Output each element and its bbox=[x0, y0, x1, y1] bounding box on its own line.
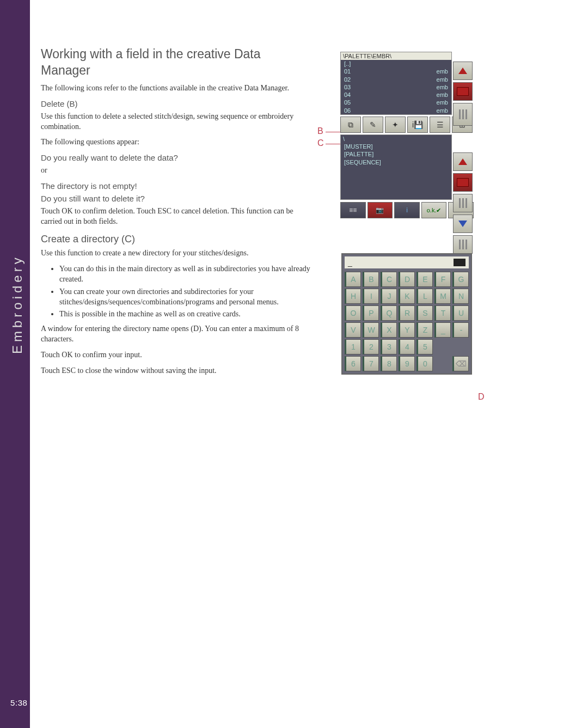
top-path: \PALETTE\EMBR\ bbox=[341, 52, 451, 60]
file-row[interactable]: 01emb bbox=[341, 68, 451, 75]
key-u[interactable]: U bbox=[452, 305, 469, 321]
file-row[interactable]: [MUSTER] bbox=[341, 143, 451, 150]
scroll-up-button-2[interactable] bbox=[453, 152, 473, 171]
key-3[interactable]: 3 bbox=[381, 339, 397, 354]
key-g[interactable]: G bbox=[452, 272, 469, 287]
info-button[interactable]: i bbox=[394, 202, 420, 218]
key-a[interactable]: A bbox=[345, 272, 361, 287]
key-t[interactable]: T bbox=[434, 305, 451, 321]
delete-p3: Touch OK to confirm deletion. Touch ESC … bbox=[41, 206, 313, 227]
scroll-indicator-3[interactable] bbox=[453, 235, 473, 254]
delete-q3: Do you still want to delete it? bbox=[41, 194, 313, 203]
create-p2: A window for entering the directory name… bbox=[41, 324, 313, 345]
delete-or: or bbox=[41, 166, 313, 176]
key-r[interactable]: R bbox=[399, 305, 415, 321]
file-row[interactable]: [SEQUENCE] bbox=[341, 158, 451, 166]
delete-p1: Use this function to delete a selected s… bbox=[41, 112, 313, 132]
bullet-1: You can do this in the main directory as… bbox=[59, 264, 313, 285]
key-8[interactable]: 8 bbox=[381, 356, 397, 371]
bullet-2: You can create your own directories and … bbox=[59, 287, 313, 308]
scroll-down-button-2[interactable] bbox=[453, 215, 473, 233]
callout-d: D bbox=[478, 392, 485, 402]
key-n[interactable]: N bbox=[452, 289, 469, 304]
intro-text: The following icons refer to the functio… bbox=[41, 83, 313, 94]
scroll-indicator-2[interactable] bbox=[453, 194, 473, 212]
key-m[interactable]: M bbox=[434, 289, 451, 304]
side-stripe bbox=[0, 0, 30, 728]
key-z[interactable]: Z bbox=[416, 322, 433, 338]
new-folder-button[interactable]: ✦ bbox=[385, 117, 406, 133]
top-side-buttons bbox=[453, 62, 474, 126]
keyboard-keys: ABCDEFGHIJKLMNOPQRSTUVWXYZ_-1234567890⌫ bbox=[345, 272, 469, 371]
key-o[interactable]: O bbox=[345, 305, 361, 321]
key-7[interactable]: 7 bbox=[363, 356, 379, 371]
key-d[interactable]: D bbox=[399, 272, 415, 287]
create-p1: Use this function to create a new direct… bbox=[41, 248, 313, 259]
key-e[interactable]: E bbox=[416, 272, 433, 287]
file-row[interactable]: [..] bbox=[341, 60, 451, 68]
delete-q2: The directory is not empty! bbox=[41, 181, 313, 191]
delete-p2: The following questions appear: bbox=[41, 137, 313, 148]
key-4[interactable]: 4 bbox=[399, 339, 415, 354]
page-title: Working with a field in the creative Dat… bbox=[41, 46, 313, 79]
copy-button[interactable]: ⧉ bbox=[340, 117, 361, 133]
file-manager-screenshot: \PALETTE\EMBR\ [..]01emb02emb03emb04emb0… bbox=[340, 52, 474, 231]
key-⌫[interactable]: ⌫ bbox=[452, 356, 469, 371]
file-row[interactable]: [PALETTE] bbox=[341, 150, 451, 158]
key-0[interactable]: 0 bbox=[416, 356, 433, 371]
bottom-panel: \ [MUSTER][PALETTE][SEQUENCE] bbox=[340, 134, 452, 200]
side-label: Embroidery bbox=[10, 254, 25, 354]
create-p3: Touch OK to confirm your input. bbox=[41, 350, 313, 360]
create-heading: Create a directory (C) bbox=[41, 234, 313, 245]
key-h[interactable]: H bbox=[345, 289, 361, 304]
create-bullets: You can do this in the main directory as… bbox=[59, 264, 313, 320]
keyboard-display: _ bbox=[345, 256, 469, 268]
key-9[interactable]: 9 bbox=[399, 356, 415, 371]
key-f[interactable]: F bbox=[434, 272, 451, 287]
ok-button[interactable]: o.k.✔ bbox=[421, 202, 447, 218]
key-b[interactable]: B bbox=[363, 272, 379, 287]
scroll-indicator[interactable] bbox=[453, 103, 473, 126]
card-slot-button-2[interactable] bbox=[453, 173, 473, 192]
file-row[interactable]: 02emb bbox=[341, 76, 451, 83]
key-q[interactable]: Q bbox=[381, 305, 397, 321]
callout-b-line bbox=[326, 132, 340, 132]
file-row[interactable]: 05emb bbox=[341, 99, 451, 106]
folder-icon bbox=[454, 259, 465, 266]
key-y[interactable]: Y bbox=[399, 322, 415, 338]
create-p4: Touch ESC to close the window without sa… bbox=[41, 366, 313, 376]
key-6[interactable]: 6 bbox=[345, 356, 361, 371]
file-row[interactable]: 03emb bbox=[341, 83, 451, 91]
key-_[interactable]: _ bbox=[434, 322, 451, 338]
scroll-up-button[interactable] bbox=[453, 62, 473, 80]
key-i[interactable]: I bbox=[363, 289, 379, 304]
key-1[interactable]: 1 bbox=[345, 339, 361, 354]
key-2[interactable]: 2 bbox=[363, 339, 379, 354]
file-row[interactable]: 06emb bbox=[341, 107, 451, 114]
list-view-button[interactable]: ☰ bbox=[430, 117, 450, 133]
delete-heading: Delete (B) bbox=[41, 99, 313, 108]
key-w[interactable]: W bbox=[363, 322, 379, 338]
card-slot-button[interactable] bbox=[453, 82, 473, 101]
info-disk-button[interactable]: i💾 bbox=[407, 117, 428, 133]
key--[interactable]: - bbox=[452, 322, 469, 338]
key-l[interactable]: L bbox=[416, 289, 433, 304]
key-j[interactable]: J bbox=[381, 289, 397, 304]
page-number: 5:38 bbox=[10, 698, 27, 707]
file-row[interactable]: 04emb bbox=[341, 91, 451, 99]
key-c[interactable]: C bbox=[381, 272, 397, 287]
keyboard-screenshot: _ ABCDEFGHIJKLMNOPQRSTUVWXYZ_-1234567890… bbox=[341, 253, 472, 375]
bottom-side-buttons bbox=[453, 152, 474, 254]
eraser-button[interactable]: ✎ bbox=[363, 117, 383, 133]
key-5[interactable]: 5 bbox=[416, 339, 433, 354]
key-s[interactable]: S bbox=[416, 305, 433, 321]
callout-c: C bbox=[317, 138, 324, 148]
key-x[interactable]: X bbox=[381, 322, 397, 338]
top-panel: \PALETTE\EMBR\ [..]01emb02emb03emb04emb0… bbox=[340, 52, 452, 115]
list-mode-button[interactable]: ≡≡ bbox=[340, 202, 366, 218]
key-p[interactable]: P bbox=[363, 305, 379, 321]
key-k[interactable]: K bbox=[399, 289, 415, 304]
camera-button[interactable]: 📷 bbox=[367, 202, 393, 218]
bullet-3: This is possible in the machine as well … bbox=[59, 309, 313, 320]
key-v[interactable]: V bbox=[345, 322, 361, 338]
